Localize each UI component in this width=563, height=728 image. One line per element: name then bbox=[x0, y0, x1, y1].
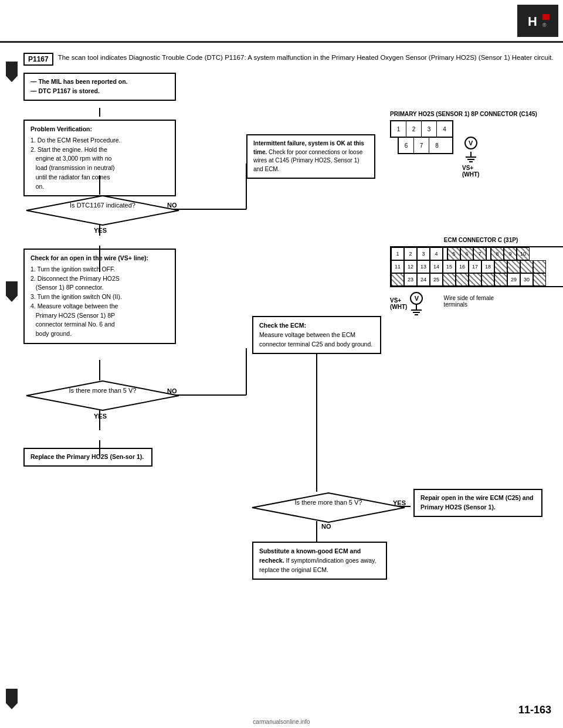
ecm-cell-sh9 bbox=[481, 273, 494, 286]
ecm-cell-gap2 bbox=[486, 247, 491, 260]
svg-text:H: H bbox=[528, 14, 537, 29]
dtc-code-box: P1167 bbox=[23, 53, 53, 66]
connector-c145-area: PRIMARY HO2S (SENSOR 1) 8P CONNECTOR (C1… bbox=[390, 111, 560, 178]
ecm-grid: 1 2 3 4 5 6 7 8 9 10 bbox=[390, 246, 563, 287]
terminal-8: 8 bbox=[429, 138, 445, 153]
check-open-box: Check for an open in the wire (VS+ line)… bbox=[23, 246, 179, 344]
terminal-3: 3 bbox=[422, 121, 437, 137]
no-label-2: NO bbox=[167, 387, 177, 394]
page-number: 11-163 bbox=[518, 704, 551, 716]
prob-step1: 1. Do the ECM Reset Procedure. bbox=[30, 136, 169, 145]
bookmark-arrow-mid bbox=[6, 281, 18, 302]
page-container: H ® P1167 The scan tool indicates Diagno… bbox=[0, 0, 563, 728]
prob-title: Problem Verification: bbox=[30, 125, 169, 134]
bookmark-arrow-bot bbox=[6, 689, 18, 709]
footer-website: carmanualsonline.info bbox=[0, 719, 563, 725]
ecm-cell-sh8 bbox=[469, 273, 481, 286]
ecm-cell-14: 14 bbox=[430, 260, 443, 273]
ecm-cell-24: 24 bbox=[417, 273, 430, 286]
svg-text:®: ® bbox=[542, 22, 547, 28]
ecm-cell-12: 12 bbox=[404, 260, 417, 273]
ecm-cell-18: 18 bbox=[481, 260, 494, 273]
check-ecm-box: Check the ECM: Measure voltage between t… bbox=[252, 316, 381, 354]
diamond3-container: Is there more than 5 V? bbox=[249, 492, 408, 525]
no-label-1: NO bbox=[167, 202, 177, 209]
flow-diagram: — The MIL has been reported on. — DTC P1… bbox=[23, 73, 563, 583]
yes-label-1: YES bbox=[94, 227, 107, 234]
ecm-ground-line1 bbox=[416, 305, 417, 309]
ecm-cell-gap1 bbox=[443, 247, 447, 260]
check-open-steps: 1. Turn the ignition switch OFF. 2. Disc… bbox=[30, 265, 169, 339]
replace-text: Replace the Primary HO2S (Sen-sor 1). bbox=[30, 453, 144, 460]
terminal-6: 6 bbox=[399, 138, 414, 153]
diamond1-container: Is DTC1167 indicated? bbox=[23, 195, 182, 228]
svg-marker-20 bbox=[26, 196, 179, 225]
mil-box: — The MIL has been reported on. — DTC P1… bbox=[23, 73, 179, 101]
dtc-description: The scan tool indicates Diagnostic Troub… bbox=[58, 53, 554, 62]
ecm-cell-11: 11 bbox=[391, 260, 404, 273]
svg-marker-24 bbox=[252, 493, 405, 522]
diamond2-container: Is there more than 5 V? bbox=[23, 380, 182, 413]
ecm-wire-label: Wire side of femaleterminals bbox=[443, 295, 494, 308]
vs-indicator: V VS+(WHT) bbox=[462, 137, 479, 178]
connector-c145-title: PRIMARY HO2S (SENSOR 1) 8P CONNECTOR (C1… bbox=[390, 111, 560, 117]
ecm-ground-line3 bbox=[413, 312, 420, 313]
ecm-cell-sh3 bbox=[520, 260, 533, 273]
ecm-labels-row: VS+(WHT) V Wire side of femaleterminals bbox=[390, 292, 563, 315]
svg-text:Is DTC1167 indicated?: Is DTC1167 indicated? bbox=[70, 202, 135, 209]
ecm-cell-30: 30 bbox=[520, 273, 533, 286]
ecm-ground-line2 bbox=[411, 309, 422, 311]
logo-area: H ® bbox=[517, 5, 558, 37]
ecm-cell-8: 8 bbox=[491, 247, 504, 260]
ecm-cell-5: 5 bbox=[447, 247, 460, 260]
intermittent-box: Intermittent failure, system is OK at th… bbox=[246, 134, 375, 179]
ecm-cell-1: 1 bbox=[391, 247, 404, 260]
ecm-ground-line4 bbox=[415, 314, 418, 315]
ecm-cell-10: 10 bbox=[517, 247, 530, 260]
ecm-cell-17: 17 bbox=[469, 260, 481, 273]
ecm-cell-3: 3 bbox=[417, 247, 430, 260]
dtc-header: P1167 The scan tool indicates Diagnostic… bbox=[23, 53, 554, 66]
terminal-7: 7 bbox=[414, 138, 429, 153]
ecm-cell-7: 7 bbox=[473, 247, 486, 260]
ecm-cell-sh7 bbox=[456, 273, 469, 286]
mil-line1: — The MIL has been reported on. bbox=[30, 77, 169, 87]
ecm-cell-25: 25 bbox=[430, 273, 443, 286]
ecm-vs-label: VS+(WHT) bbox=[390, 297, 407, 310]
ecm-cell-6: 6 bbox=[460, 247, 473, 260]
ecm-cell-9: 9 bbox=[504, 247, 517, 260]
svg-text:Is there more than 5 V?: Is there more than 5 V? bbox=[69, 387, 137, 394]
ecm-cell-sh5 bbox=[391, 273, 404, 286]
substitute-box: Substitute a known-good ECM and recheck.… bbox=[252, 542, 387, 580]
intermittent-text: Intermittent failure, system is OK at th… bbox=[253, 140, 364, 172]
ecm-cell-16: 16 bbox=[456, 260, 469, 273]
svg-marker-2 bbox=[542, 14, 550, 20]
ecm-cell-sh10 bbox=[494, 273, 507, 286]
main-content: P1167 The scan tool indicates Diagnostic… bbox=[23, 46, 554, 583]
svg-text:Is there more than 5 V?: Is there more than 5 V? bbox=[295, 499, 362, 506]
no-label-3: NO bbox=[321, 523, 331, 530]
terminal-4: 4 bbox=[437, 121, 452, 137]
ecm-cell-23: 23 bbox=[404, 273, 417, 286]
bookmark-arrow-top bbox=[6, 62, 18, 82]
ecm-row3: 23 24 25 29 30 bbox=[391, 273, 563, 286]
yes-label-2: YES bbox=[94, 413, 107, 420]
svg-marker-22 bbox=[26, 381, 179, 410]
substitute-text: Substitute a known-good ECM and recheck.… bbox=[259, 547, 380, 574]
yes-label-3: YES bbox=[393, 499, 406, 506]
ecm-cell-sh4 bbox=[533, 260, 546, 273]
repair-text: Repair open in the wire ECM (C25) and Pr… bbox=[420, 494, 534, 511]
ecm-row1: 1 2 3 4 5 6 7 8 9 10 bbox=[391, 247, 563, 260]
ecm-cell-2: 2 bbox=[404, 247, 417, 260]
replace-box: Replace the Primary HO2S (Sen-sor 1). bbox=[23, 448, 152, 467]
ecm-cell-13: 13 bbox=[417, 260, 430, 273]
ecm-cell-29: 29 bbox=[507, 273, 520, 286]
ecm-cell-4: 4 bbox=[430, 247, 443, 260]
terminal-2: 2 bbox=[406, 121, 422, 137]
prob-step2: 2. Start the engine. Hold the engine at … bbox=[30, 145, 169, 192]
ecm-v-circle: V bbox=[410, 292, 423, 305]
check-ecm-title: Check the ECM: bbox=[259, 321, 374, 331]
ecm-connector-area: ECM CONNECTOR C (31P) 1 2 3 4 5 6 7 8 bbox=[390, 237, 563, 315]
ecm-cell-sh11 bbox=[533, 273, 546, 286]
ecm-cell-sh6 bbox=[443, 273, 456, 286]
